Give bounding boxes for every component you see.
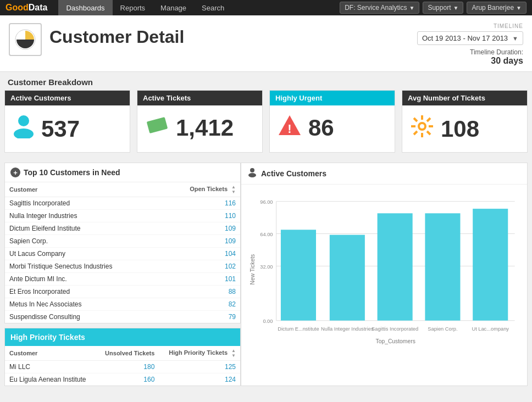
customer-name: Sagittis Incorporated [5, 197, 163, 210]
svg-point-7 [419, 123, 425, 130]
customer-name: Sapien Corp. [5, 235, 163, 248]
nav-reports[interactable]: Reports [113, 0, 153, 15]
table-row: Et Eros Incorporated88 [5, 286, 240, 298]
customer-name: Dictum Eleifend Institute [5, 222, 163, 235]
timeline-select[interactable]: Oct 19 2013 - Nov 17 2013 ▼ [417, 31, 523, 45]
y-axis-label: New Tickets [250, 254, 256, 285]
service-analytics-arrow: ▼ [409, 5, 415, 11]
customer-name: Suspendisse Consulting [5, 311, 163, 323]
hp-unsolved: 160 [97, 373, 159, 386]
chart-title-bar: Active Customers [241, 163, 527, 185]
page-title-container: Customer Detail [49, 23, 184, 47]
kpi-highly-urgent-header: Highly Urgent [270, 91, 395, 105]
timeline-value: Oct 19 2013 - Nov 17 2013 [422, 34, 508, 42]
kpi-highly-urgent-body: ! 86 [270, 105, 395, 150]
customer-name: Nulla Integer Industries [5, 210, 163, 222]
kpi-avg-tickets-value: 108 [441, 116, 479, 142]
nav-search[interactable]: Search [194, 0, 232, 15]
svg-line-12 [414, 118, 417, 121]
svg-rect-3 [146, 116, 169, 134]
gear-icon [410, 114, 434, 143]
svg-text:64.00: 64.00 [260, 232, 273, 237]
timeline-duration-label: Timeline Duration: [470, 48, 523, 56]
table-row: Sagittis Incorporated116 [5, 197, 240, 210]
svg-line-15 [414, 131, 417, 135]
chart-widget: Active Customers New Tickets 96.00 64.00… [241, 163, 528, 386]
timeline-box: TIMELINE Oct 19 2013 - Nov 17 2013 ▼ Tim… [417, 23, 523, 66]
service-analytics-dropdown[interactable]: DF: Service Analytics ▼ [340, 2, 419, 14]
logo-good: Good [5, 3, 29, 12]
hp-high: 125 [159, 361, 240, 373]
top10-col-customer: Customer [5, 182, 163, 197]
hp-customer-name: Mi LLC [5, 361, 97, 373]
support-dropdown[interactable]: Support ▼ [423, 2, 463, 14]
bar-3 [378, 213, 413, 320]
bar-4 [425, 213, 460, 320]
ticket-icon [145, 114, 169, 141]
svg-text:32.00: 32.00 [260, 264, 273, 270]
plus-icon: + [10, 168, 20, 177]
customer-name: Ut Lacus Company [5, 248, 163, 260]
table-row: Morbi Tristique Senectus Industries102 [5, 260, 240, 273]
support-arrow: ▼ [453, 5, 458, 11]
svg-text:0.00: 0.00 [263, 319, 273, 324]
table-row: Ante Dictum MI Inc.101 [5, 273, 240, 286]
page-icon [9, 23, 42, 56]
kpi-active-customers-body: 537 [5, 105, 130, 152]
nav-dashboards[interactable]: Dashboards [58, 0, 112, 15]
left-panel: + Top 10 Customers in Need Customer Open… [4, 163, 241, 386]
user-dropdown[interactable]: Arup Banerjee ▼ [467, 2, 527, 14]
table-row: Eu Ligula Aenean Institute160124 [5, 373, 240, 386]
ticket-count: 109 [163, 235, 240, 248]
page-header: Customer Detail TIMELINE Oct 19 2013 - N… [0, 15, 532, 72]
kpi-highly-urgent-value: 86 [308, 115, 334, 141]
nav-manage[interactable]: Manage [153, 0, 194, 15]
service-analytics-label: DF: Service Analytics [345, 4, 407, 12]
kpi-active-tickets-header: Active Tickets [137, 91, 262, 105]
kpi-active-customers-header: Active Customers [5, 91, 130, 105]
ticket-count: 104 [163, 248, 240, 260]
customer-name: Ante Dictum MI Inc. [5, 273, 163, 286]
kpi-active-tickets-value: 1,412 [176, 115, 234, 141]
svg-text:!: ! [287, 122, 291, 136]
table-row: Metus In Nec Associates82 [5, 298, 240, 311]
timeline-duration-value: 30 days [417, 56, 523, 66]
kpi-active-customers: Active Customers 537 [4, 90, 130, 153]
ticket-count: 109 [163, 222, 240, 235]
hp-customer-name: Eu Ligula Aenean Institute [5, 373, 97, 386]
svg-text:Sagittis Incorporated: Sagittis Incorporated [372, 326, 418, 332]
kpi-active-tickets-body: 1,412 [137, 105, 262, 150]
ticket-count: 116 [163, 197, 240, 210]
user-label: Arup Banerjee [472, 4, 514, 12]
svg-text:Dictum E...nstitute: Dictum E...nstitute [278, 326, 319, 332]
support-label: Support [428, 4, 451, 12]
top10-table: Customer Open Tickets ▲▼ Sagittis Incorp… [5, 182, 240, 323]
table-row: Mi LLC180125 [5, 361, 240, 373]
table-row: Sapien Corp.109 [5, 235, 240, 248]
customer-name: Et Eros Incorporated [5, 286, 163, 298]
svg-text:Sapien Corp.: Sapien Corp. [428, 326, 457, 332]
x-axis-label: Top_Customers [376, 338, 415, 344]
bar-2 [330, 235, 365, 321]
top10-widget: + Top 10 Customers in Need Customer Open… [4, 163, 241, 323]
chart-title: Active Customers [261, 169, 326, 178]
svg-line-14 [427, 118, 430, 121]
page-icon-svg [14, 29, 36, 51]
hp-unsolved: 180 [97, 361, 159, 373]
ticket-count: 79 [163, 311, 240, 323]
bar-1 [281, 230, 316, 320]
hp-col-customer: Customer [5, 346, 97, 361]
right-panel: Active Customers New Tickets 96.00 64.00… [241, 163, 528, 386]
ticket-count: 110 [163, 210, 240, 222]
high-priority-title: High Priority Tickets [5, 328, 240, 346]
hp-col-unsolved: Unsolved Tickets [97, 346, 159, 361]
timeline-duration: Timeline Duration: 30 days [417, 48, 523, 66]
svg-point-2 [14, 129, 34, 138]
timeline-dropdown-arrow: ▼ [512, 35, 518, 42]
svg-text:Ut Lac...ompany: Ut Lac...ompany [472, 326, 509, 332]
svg-point-17 [248, 173, 256, 177]
top10-title-bar: + Top 10 Customers in Need [5, 163, 240, 182]
hp-high: 124 [159, 373, 240, 386]
kpi-avg-tickets-header: Avg Number of Tickets [402, 91, 527, 105]
svg-text:Nulla Integer Industries: Nulla Integer Industries [321, 326, 374, 332]
